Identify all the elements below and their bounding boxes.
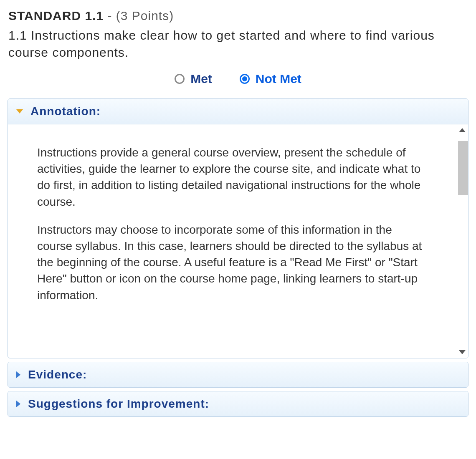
accordion-title-suggestions: Suggestions for Improvement:: [28, 397, 209, 411]
scrollbar[interactable]: [456, 124, 468, 358]
annotation-para-2: Instructors may choose to incorporate so…: [37, 222, 426, 303]
chevron-right-icon: [16, 401, 20, 407]
accordion-header-evidence[interactable]: Evidence:: [8, 362, 468, 387]
chevron-down-icon: [16, 109, 23, 113]
accordion-header-suggestions[interactable]: Suggestions for Improvement:: [8, 391, 468, 416]
radio-dot-icon: [240, 74, 250, 84]
annotation-para-1: Instructions provide a general course ov…: [37, 144, 426, 210]
accordion-title-annotation: Annotation:: [30, 105, 101, 118]
scroll-thumb[interactable]: [458, 141, 468, 195]
met-notmet-radio-group: Met Not Met: [8, 72, 468, 98]
accordion-title-evidence: Evidence:: [28, 368, 87, 381]
page-root: STANDARD 1.1 - (3 Points) 1.1 Instructio…: [0, 0, 476, 433]
accordion-annotation: Annotation: Instructions provide a gener…: [8, 98, 468, 358]
radio-met[interactable]: Met: [175, 72, 212, 86]
accordion-header-annotation[interactable]: Annotation:: [8, 99, 468, 124]
scroll-track[interactable]: [456, 136, 468, 346]
standard-points: - (3 Points): [104, 9, 174, 23]
chevron-right-icon: [16, 371, 20, 378]
standard-heading: STANDARD 1.1 - (3 Points): [8, 8, 468, 27]
radio-not-met[interactable]: Not Met: [240, 72, 301, 86]
radio-met-label: Met: [190, 72, 212, 86]
accordion-suggestions: Suggestions for Improvement:: [8, 391, 468, 417]
radio-circle-icon: [175, 74, 185, 84]
annotation-body: Instructions provide a general course ov…: [8, 124, 468, 358]
scroll-down-icon[interactable]: [456, 346, 468, 358]
accordion-evidence: Evidence:: [8, 362, 468, 388]
radio-not-met-label: Not Met: [256, 72, 301, 86]
standard-description: 1.1 Instructions make clear how to get s…: [8, 27, 468, 72]
scroll-up-icon[interactable]: [456, 124, 468, 136]
annotation-body-wrap: Instructions provide a general course ov…: [8, 124, 468, 358]
standard-label: STANDARD 1.1: [8, 9, 104, 23]
